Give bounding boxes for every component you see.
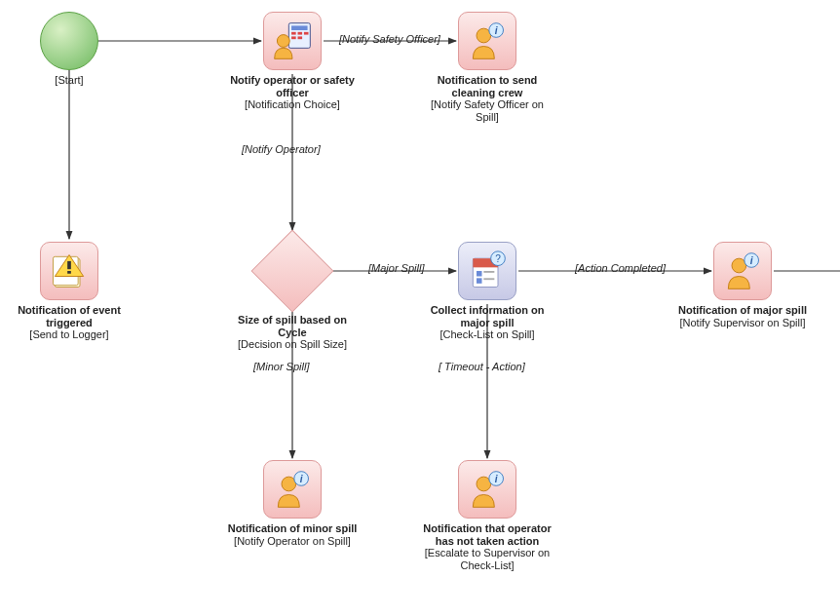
svg-rect-14 [291, 36, 296, 39]
event-triggered-sub: [Send to Logger] [1, 328, 137, 341]
collect-info-title: Collect information on major spill [419, 304, 555, 328]
svg-rect-24 [67, 271, 71, 274]
not-taken-action-node[interactable]: i [458, 460, 516, 519]
minor-spill-node[interactable]: i [263, 460, 322, 519]
person-info-icon: i [721, 250, 764, 292]
event-triggered-label: Notification of event triggered [Send to… [1, 304, 137, 341]
person-info-icon: i [271, 468, 314, 511]
cleaning-crew-title: Notification to send cleaning crew [419, 74, 555, 98]
edge-label-timeout-action: [ Timeout - Action] [439, 361, 525, 372]
collect-info-label: Collect information on major spill [Chec… [419, 304, 555, 341]
collect-info-sub: [Check-List on Spill] [419, 328, 555, 341]
edge-label-notify-operator: [Notify Operator] [242, 143, 321, 155]
not-taken-action-label: Notification that operator has not taken… [419, 522, 555, 572]
workflow-diagram: [Start] Notify operator or safety office… [0, 0, 840, 616]
svg-rect-28 [483, 271, 494, 273]
svg-rect-15 [298, 36, 303, 39]
svg-rect-12 [298, 32, 303, 35]
not-taken-action-title: Notification that operator has not taken… [419, 522, 555, 547]
notify-officer-title: Notify operator or safety officer [224, 74, 361, 98]
svg-text:i: i [495, 474, 498, 484]
spill-size-decision-node[interactable] [251, 230, 334, 313]
event-triggered-title: Notification of event triggered [1, 304, 137, 328]
svg-rect-27 [477, 271, 482, 277]
svg-rect-30 [483, 278, 494, 280]
edge-label-major-spill: [Major Spill] [368, 262, 424, 274]
notify-officer-label: Notify operator or safety officer [Notif… [224, 74, 361, 111]
collect-info-node[interactable]: ? [458, 242, 516, 300]
svg-rect-10 [291, 25, 308, 30]
svg-text:i: i [300, 474, 303, 484]
svg-text:i: i [495, 25, 498, 36]
major-spill-title: Notification of major spill [674, 304, 811, 317]
major-spill-label: Notification of major spill [Notify Supe… [674, 304, 811, 328]
major-spill-sub: [Notify Supervisor on Spill] [674, 317, 811, 329]
notify-officer-icon [271, 19, 314, 62]
cleaning-crew-node[interactable]: i [458, 12, 516, 70]
spill-size-title: Size of spill based on Cycle [224, 314, 361, 338]
minor-spill-title: Notification of minor spill [224, 522, 361, 535]
svg-rect-29 [477, 278, 482, 284]
start-node[interactable] [40, 12, 98, 70]
svg-text:?: ? [495, 253, 501, 264]
person-info-icon: i [466, 19, 509, 62]
notify-officer-node[interactable] [263, 12, 322, 70]
svg-rect-11 [291, 32, 296, 35]
notify-officer-sub: [Notification Choice] [224, 98, 361, 111]
event-triggered-node[interactable] [40, 242, 98, 300]
edge-label-notify-safety-officer: [Notify Safety Officer] [339, 33, 440, 45]
start-sub: [Start] [1, 74, 137, 87]
not-taken-action-sub: [Escalate to Supervisor on Check-List] [419, 547, 555, 571]
minor-spill-sub: [Notify Operator on Spill] [224, 535, 361, 548]
minor-spill-label: Notification of minor spill [Notify Oper… [224, 522, 361, 547]
svg-point-16 [277, 35, 289, 48]
svg-rect-13 [304, 32, 309, 35]
spill-size-sub: [Decision on Spill Size] [224, 338, 361, 351]
start-label: [Start] [1, 74, 137, 87]
cleaning-crew-sub: [Notify Safety Officer on Spill] [419, 98, 555, 123]
checklist-icon: ? [466, 250, 509, 292]
major-spill-node[interactable]: i [713, 242, 772, 300]
svg-rect-23 [67, 261, 71, 269]
edge-label-action-completed: [Action Completed] [575, 262, 666, 274]
spill-size-label: Size of spill based on Cycle [Decision o… [224, 314, 361, 351]
edge-label-minor-spill: [Minor Spill] [253, 361, 309, 372]
notepad-warning-icon [48, 250, 91, 292]
cleaning-crew-label: Notification to send cleaning crew [Noti… [419, 74, 555, 124]
person-info-icon: i [466, 468, 509, 511]
svg-text:i: i [750, 255, 753, 266]
